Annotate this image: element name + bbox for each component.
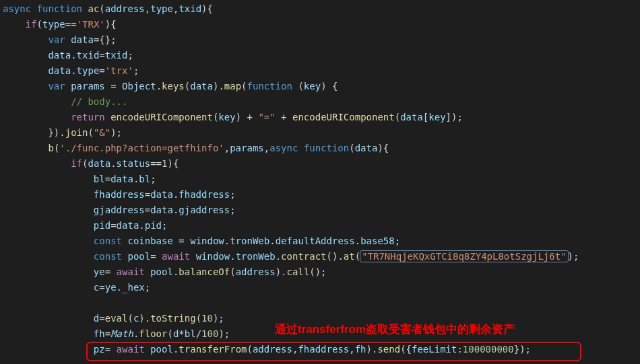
code-block: async function ac(address,type,txid){ if…: [0, 0, 640, 360]
